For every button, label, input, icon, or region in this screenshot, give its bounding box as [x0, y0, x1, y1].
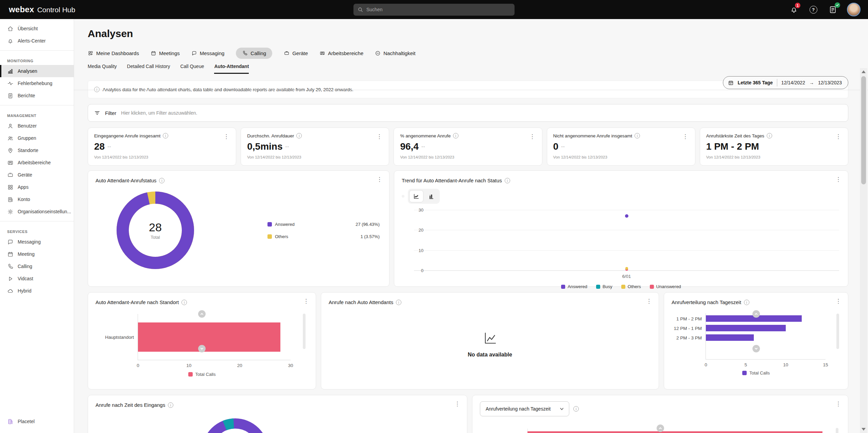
sidebar-item-label: Messaging [18, 239, 41, 245]
kebab-menu-button[interactable]: ⋮ [833, 400, 843, 408]
scrollbar-thumb[interactable] [861, 76, 866, 184]
line-chart-icon [413, 193, 420, 200]
webex-logo[interactable]: webex Control Hub [9, 5, 75, 14]
inner-scrollbar[interactable] [303, 314, 306, 349]
bar-2-pm-3-pm[interactable] [706, 334, 754, 341]
bar-hauptstandort[interactable] [138, 322, 280, 352]
sidebar-item-placetel[interactable]: Placetel [0, 415, 74, 428]
kebab-menu-button[interactable]: ⋮ [221, 133, 231, 140]
kebab-menu-button[interactable]: ⋮ [833, 133, 843, 140]
sidebar-item-label: Konto [18, 197, 30, 202]
scroll-up-button[interactable] [752, 310, 760, 318]
tab-meetings[interactable]: Meetings [151, 48, 180, 59]
calendar-icon [7, 251, 14, 257]
bar-no-selection[interactable] [527, 431, 822, 433]
line-chart-toggle-button[interactable] [409, 190, 423, 202]
scroll-up-button[interactable] [198, 310, 206, 318]
tab-messaging[interactable]: Messaging [191, 48, 225, 59]
kebab-menu-button[interactable]: ⋮ [452, 400, 462, 408]
sidebar-item-messaging[interactable]: Messaging [0, 236, 74, 248]
kebab-menu-button[interactable]: ⋮ [644, 297, 654, 305]
location-bar-chart[interactable]: Hauptstandort0102030 [138, 314, 291, 360]
bar-chart-toggle-button[interactable] [424, 190, 438, 202]
notifications-button[interactable]: 1 [789, 4, 799, 15]
sidebar-item-ger-te[interactable]: Geräte [0, 169, 74, 181]
sidebar-item-arbeitsbereiche[interactable]: Arbeitsbereiche [0, 156, 74, 169]
sidebar-item-konto[interactable]: Konto [0, 193, 74, 205]
tab-arbeitsbereiche[interactable]: Arbeitsbereiche [319, 48, 363, 59]
filter-bar[interactable]: Filter Hier klicken, um Filter auszuwähl… [88, 104, 848, 122]
kebab-menu-button[interactable]: ⋮ [375, 176, 384, 183]
sidebar-item-gruppen[interactable]: Gruppen [0, 132, 74, 144]
sidebar: ÜbersichtAlerts-CenterMONITORINGAnalysen… [0, 19, 74, 433]
bar-12-pm-1-pm[interactable] [706, 325, 786, 331]
trend-chart[interactable]: 30201006/01 [402, 210, 839, 270]
tab-calling[interactable]: Calling [236, 48, 272, 59]
sidebar-item-label: Fehlerbehebung [18, 81, 52, 86]
kebab-menu-button[interactable]: ⋮ [527, 133, 537, 140]
sidebar-item-meeting[interactable]: Meeting [0, 248, 74, 260]
legend-label: Others [275, 234, 288, 239]
tab-meine-dashboards[interactable]: Meine Dashboards [88, 48, 139, 59]
play-icon [7, 276, 14, 282]
date-range-picker[interactable]: Letzte 365 Tage 12/14/2022 → 12/13/2023 [723, 76, 848, 89]
question-icon: ? [810, 6, 817, 14]
subtab-auto-attendant[interactable]: Auto-Attendant [214, 64, 249, 74]
help-button[interactable]: ? [808, 4, 818, 15]
scroll-up-arrow-icon[interactable] [862, 70, 866, 73]
data-point-answered[interactable] [625, 214, 628, 218]
account-icon [7, 196, 14, 203]
sidebar-item-apps[interactable]: Apps [0, 181, 74, 193]
sidebar-item-standorte[interactable]: Standorte [0, 144, 74, 156]
users-icon [7, 135, 14, 141]
kebab-menu-button[interactable]: ⋮ [680, 133, 690, 140]
kpi-value: 0,5mins [247, 141, 282, 152]
kpi-card: % angenommene Anrufei⋮96,4--Von 12/14/20… [394, 128, 542, 166]
analytics-tabs: Meine DashboardsMeetingsMessagingCalling… [88, 48, 848, 59]
sidebar-item-hybrid[interactable]: Hybrid [0, 285, 74, 297]
sidebar-item-organisationseinstellun-[interactable]: Organisationseinstellun... [0, 205, 74, 218]
legend-swatch [596, 285, 600, 289]
scroll-up-button[interactable] [657, 424, 664, 432]
status-donut-chart[interactable]: 28 Total [111, 186, 199, 274]
entry-time-donut-chart[interactable] [196, 413, 274, 433]
global-search[interactable] [353, 4, 515, 16]
scroll-down-button[interactable] [752, 345, 760, 352]
topbar-actions: 1 ? [789, 3, 861, 16]
inner-scrollbar[interactable] [836, 314, 839, 349]
search-input[interactable] [366, 7, 510, 12]
sidebar-item-label: Vidcast [18, 276, 33, 281]
sidebar-item-analysen[interactable]: Analysen [0, 65, 74, 77]
info-icon: i [744, 300, 749, 305]
data-point-others[interactable] [625, 267, 628, 270]
search-icon [358, 7, 363, 13]
subtab-detailed-call-history[interactable]: Detailed Call History [127, 64, 170, 74]
chart-select-dropdown[interactable]: Anrufverteilung nach Tageszeit [480, 401, 569, 416]
sidebar-item-label: Analysen [18, 68, 37, 74]
time-of-day-bar-chart[interactable]: 1 PM - 2 PM12 PM - 1 PM2 PM - 3 PM051015 [706, 313, 826, 360]
kebab-menu-button[interactable]: ⋮ [833, 176, 843, 183]
sidebar-item-berichte[interactable]: Berichte [0, 89, 74, 102]
subtab-call-queue[interactable]: Call Queue [180, 64, 204, 74]
tab-nachhaltigkeit[interactable]: Nachhaltigkeit [375, 48, 415, 59]
scroll-down-button[interactable] [198, 345, 206, 352]
sidebar-item-fehlerbehebung[interactable]: Fehlerbehebung [0, 77, 74, 89]
sidebar-item-label: Calling [18, 264, 32, 269]
sidebar-item-benutzer[interactable]: Benutzer [0, 120, 74, 132]
user-avatar[interactable] [847, 3, 861, 16]
scroll-down-arrow-icon[interactable] [862, 428, 866, 431]
logo-primary: webex [9, 5, 34, 14]
kebab-menu-button[interactable]: ⋮ [833, 297, 843, 305]
tasks-button[interactable] [828, 4, 838, 15]
kebab-menu-button[interactable]: ⋮ [374, 133, 384, 140]
calls-by-location-card: Auto Attendant-Anrufe nach Standort i ⋮ … [88, 292, 316, 389]
kebab-menu-button[interactable]: ⋮ [301, 297, 311, 305]
subtab-media-quality[interactable]: Media Quality [88, 64, 117, 74]
sidebar-item--bersicht[interactable]: Übersicht [0, 22, 74, 35]
sidebar-item-vidcast[interactable]: Vidcast [0, 272, 74, 285]
sidebar-item-calling[interactable]: Calling [0, 260, 74, 272]
tab-ger-te[interactable]: Geräte [284, 48, 308, 59]
sidebar-item-alerts-center[interactable]: Alerts-Center [0, 35, 74, 47]
inner-scrollbar[interactable] [836, 428, 838, 433]
page-scrollbar[interactable] [860, 68, 867, 433]
